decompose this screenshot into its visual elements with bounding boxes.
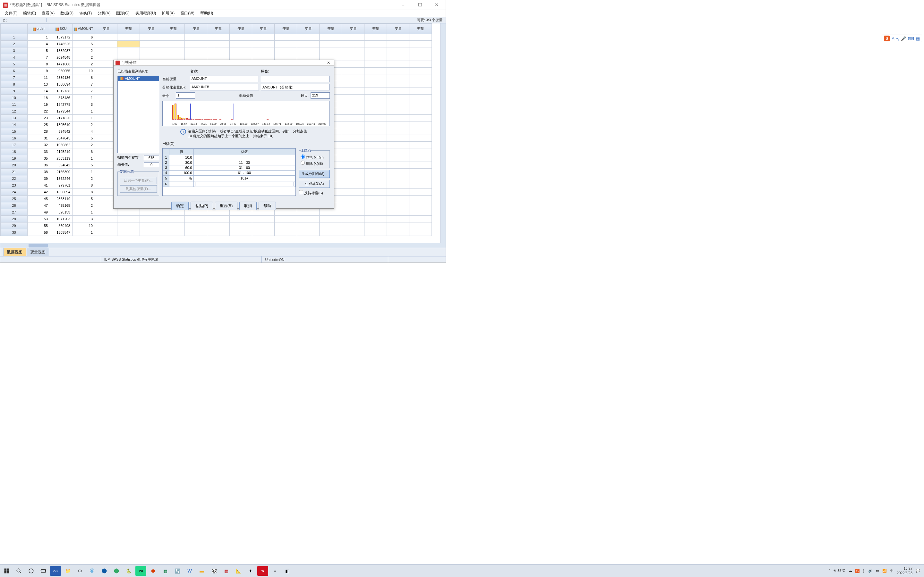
sogou-icon[interactable]: S xyxy=(884,35,890,41)
menu-item[interactable]: 数据(D) xyxy=(58,10,76,17)
menu-item[interactable]: 图形(G) xyxy=(113,10,132,17)
spss-icon: ▦ xyxy=(3,3,8,8)
binned-var-name[interactable]: AMOUNTB xyxy=(190,84,259,90)
max-label: 最大: xyxy=(297,93,309,98)
menu-item[interactable]: 转换(T) xyxy=(77,10,94,17)
dialog-close-button[interactable]: ✕ xyxy=(325,61,332,65)
visible-vars: 可视: 3/3 个变量 xyxy=(415,18,444,23)
cutpoint-grid[interactable]: 值标签110.0230.011 - 30360.031 - 604100.061… xyxy=(162,148,296,196)
radio-include[interactable]: 包括 (<=)(I) xyxy=(300,154,328,160)
current-var-label-field xyxy=(261,76,330,82)
info-bar: 2 : 可视: 3/3 个变量 xyxy=(0,17,446,23)
menu-item[interactable]: 帮助(H) xyxy=(198,10,216,17)
ime-toolbar[interactable]: S A •, 🎤 ⌨ ▦ xyxy=(882,35,922,42)
cell-indicator: 2 : xyxy=(2,18,47,22)
min-field: 1 xyxy=(176,92,195,99)
missing-field xyxy=(144,162,159,167)
minimize-button[interactable]: － xyxy=(397,2,410,8)
vertical-scrollbar[interactable] xyxy=(441,23,446,243)
grid-label: 网格(G): xyxy=(162,141,330,146)
menu-item[interactable]: 实用程序(U) xyxy=(133,10,159,17)
current-var-label: 当前变量: xyxy=(162,77,188,81)
tab-variable-view[interactable]: 变量视图 xyxy=(27,248,49,256)
label-header: 标签: xyxy=(261,69,330,74)
current-var-name: AMOUNT xyxy=(190,76,259,82)
menu-item[interactable]: 分析(A) xyxy=(95,10,113,17)
ime-mic-icon[interactable]: 🎤 xyxy=(901,36,906,41)
menubar: 文件(F)编辑(E)查看(V)数据(D)转换(T)分析(A)图形(G)实用程序(… xyxy=(0,10,446,17)
scanned-cases-field xyxy=(144,155,159,160)
ime-mode[interactable]: A xyxy=(892,36,895,41)
status-bar: IBM SPSS Statistics 处理程序就绪 Unicode:ON xyxy=(0,256,446,263)
binned-var-label: 分箱化变量(B): xyxy=(162,85,188,90)
min-label: 最小: xyxy=(162,93,174,98)
close-button[interactable]: ✕ xyxy=(430,2,443,8)
scale-icon xyxy=(120,77,124,80)
scanned-cases-label: 扫描的个案数: xyxy=(118,155,142,160)
tab-data-view[interactable]: 数据视图 xyxy=(3,248,26,256)
menu-item[interactable]: 查看(V) xyxy=(39,10,57,17)
visual-binning-dialog: 可视分箱 ✕ 已扫描变量列表(C): AMOUNT 扫描的个案数: 缺失值: 复… xyxy=(113,60,334,209)
scanned-var-list[interactable]: AMOUNT xyxy=(118,76,159,153)
nonmissing-label: 非缺失值 xyxy=(197,93,295,98)
ime-punct-icon[interactable]: •, xyxy=(897,36,899,41)
info-text: 请输入区间分割点，或者单击"生成分割点"以自动创建区间。例如，分割点值 10 所… xyxy=(188,129,310,139)
menu-item[interactable]: 扩展(X) xyxy=(159,10,177,17)
binned-var-label-field[interactable]: AMOUNT（分箱化） xyxy=(261,84,330,90)
reset-button[interactable]: 重置(R) xyxy=(215,201,238,210)
radio-exclude[interactable]: 排除 (<)(E) xyxy=(300,160,328,166)
ime-menu-icon[interactable]: ▦ xyxy=(916,36,920,41)
menu-item[interactable]: 编辑(E) xyxy=(21,10,39,17)
max-field: 219 xyxy=(310,92,330,99)
menu-item[interactable]: 文件(F) xyxy=(2,10,20,17)
maximize-button[interactable]: ☐ xyxy=(414,2,426,8)
copy-binning-group: 复制分箱 从另一个变量(F)... 到其他变量(T)... xyxy=(118,169,159,196)
var-item-amount[interactable]: AMOUNT xyxy=(118,76,159,81)
copy-to-button[interactable]: 到其他变量(T)... xyxy=(120,185,157,193)
name-header: 名称: xyxy=(190,69,259,74)
scanned-var-list-label: 已扫描变量列表(C): xyxy=(118,69,159,74)
ok-button[interactable]: 确定 xyxy=(171,201,189,210)
dialog-icon xyxy=(115,61,120,65)
copy-from-button[interactable]: 从另一个变量(F)... xyxy=(120,177,157,184)
dialog-title: 可视分箱 xyxy=(121,60,325,65)
horizontal-scrollbar[interactable] xyxy=(0,243,446,248)
window-title: *无标题2 [数据集1] - IBM SPSS Statistics 数据编辑器 xyxy=(10,2,397,8)
upper-endpoint-group: 上端点 包括 (<=)(I) 排除 (<)(E) xyxy=(299,148,330,168)
reverse-scale-checkbox[interactable]: 反转标度(S) xyxy=(299,190,330,196)
view-tabs: 数据视图 变量视图 xyxy=(0,248,446,256)
cancel-button[interactable]: 取消 xyxy=(239,201,257,210)
paste-button[interactable]: 粘贴(P) xyxy=(191,201,213,210)
generate-cutpoints-button[interactable]: 生成分割点(M)... xyxy=(299,170,330,178)
menu-item[interactable]: 窗口(W) xyxy=(178,10,197,17)
titlebar: ▦ *无标题2 [数据集1] - IBM SPSS Statistics 数据编… xyxy=(0,0,446,10)
generate-labels-button[interactable]: 生成标签(A) xyxy=(299,180,330,188)
ime-keyboard-icon[interactable]: ⌨ xyxy=(908,36,914,41)
info-icon: i xyxy=(180,129,186,135)
status-unicode: Unicode:ON xyxy=(262,256,288,263)
histogram-chart[interactable]: 1.0016.5732.1447.7163.2978.8694.43110.00… xyxy=(162,101,330,126)
missing-label: 缺失值: xyxy=(118,162,142,167)
status-proc: IBM SPSS Statistics 处理程序就绪 xyxy=(101,256,162,263)
help-button[interactable]: 帮助 xyxy=(258,201,276,210)
